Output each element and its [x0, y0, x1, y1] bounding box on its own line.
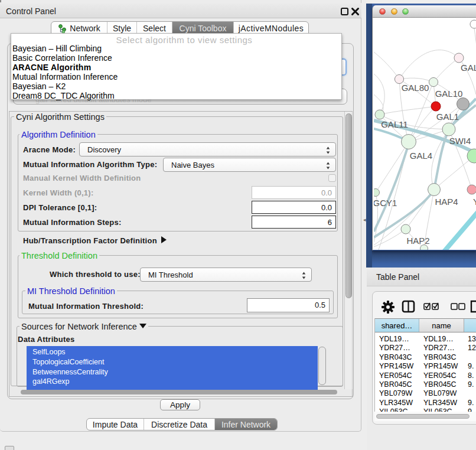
svg-text:GAL7: GAL7 — [461, 63, 476, 73]
svg-text:SWI4: SWI4 — [449, 136, 471, 146]
svg-text:GAL10: GAL10 — [435, 89, 463, 99]
svg-text:Y: Y — [473, 197, 476, 207]
svg-text:GAL80: GAL80 — [402, 83, 429, 93]
svg-text:GAL4: GAL4 — [410, 151, 432, 161]
svg-text:GAL11: GAL11 — [381, 119, 408, 129]
svg-text:GCY1: GCY1 — [374, 198, 397, 208]
svg-text:HAP4: HAP4 — [435, 197, 458, 207]
svg-text:HAP2: HAP2 — [406, 236, 429, 246]
svg-text:GAL1: GAL1 — [436, 112, 459, 122]
